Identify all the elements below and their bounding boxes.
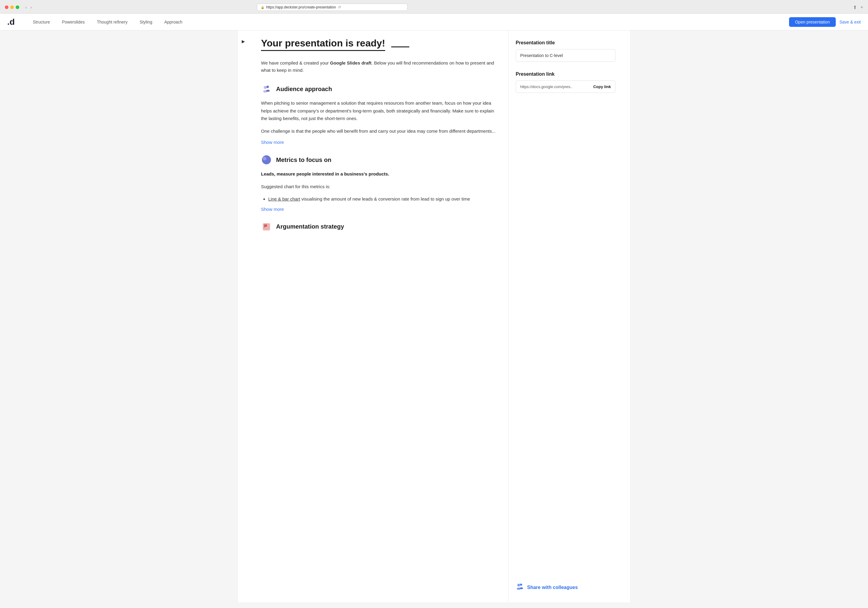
- window-chrome: ‹ › 🔒 https://app.deckster.pro/create-pr…: [0, 0, 868, 14]
- presentation-link-label: Presentation link: [516, 72, 615, 77]
- tab-powerslides[interactable]: Powerslides: [56, 14, 91, 31]
- link-box: https://docs.google.com/pres.. Copy link: [516, 81, 615, 93]
- sidebar-toggle-button[interactable]: ▶: [240, 38, 246, 45]
- section-argumentation: Argumentation strategy: [261, 221, 496, 232]
- chart-type-link[interactable]: Line & bar chart: [268, 196, 300, 201]
- share-colleagues-button[interactable]: Share with colleagues: [527, 585, 578, 590]
- content-area: Your presentation is ready! We have comp…: [249, 31, 508, 602]
- presentation-title-input[interactable]: [516, 49, 615, 62]
- intro-text: We have compiled & created your Google S…: [261, 59, 496, 74]
- audience-icon: [261, 84, 272, 94]
- page-title: Your presentation is ready!: [261, 38, 385, 51]
- metrics-body: Leads, measure people interested in a bu…: [261, 170, 496, 203]
- metrics-show-more-button[interactable]: Show more: [261, 207, 284, 212]
- section-audience-approach: Audience approach When pitching to senio…: [261, 84, 496, 145]
- title-row: Your presentation is ready!: [261, 38, 496, 56]
- new-tab-icon[interactable]: +: [860, 5, 863, 10]
- tab-styling[interactable]: Styling: [133, 14, 158, 31]
- audience-approach-title: Audience approach: [276, 86, 332, 93]
- tab-structure[interactable]: Structure: [27, 14, 56, 31]
- section-metrics: Metrics to focus on Leads, measure peopl…: [261, 154, 496, 212]
- traffic-lights: [5, 5, 19, 9]
- minimize-button[interactable]: [10, 5, 14, 9]
- intro-text-before: We have compiled & created your: [261, 60, 330, 65]
- audience-para-2: One challenge is that the people who wil…: [261, 127, 496, 135]
- link-text: https://docs.google.com/pres..: [520, 84, 572, 89]
- nav-tabs: Structure Powerslides Thought refinery S…: [27, 14, 789, 31]
- save-exit-button[interactable]: Save & exit: [839, 20, 861, 25]
- panel-top-section: Presentation title Presentation link htt…: [516, 40, 615, 103]
- metrics-label: Leads, measure people interested in a bu…: [261, 170, 496, 178]
- presentation-title-label: Presentation title: [516, 40, 615, 45]
- svg-point-7: [518, 584, 520, 586]
- lock-icon: 🔒: [261, 6, 264, 9]
- header-actions: Open presentation Save & exit: [789, 17, 861, 27]
- audience-para-1: When pitching to senior management a sol…: [261, 99, 496, 123]
- svg-point-3: [266, 90, 270, 92]
- browser-nav: ‹ ›: [24, 4, 33, 10]
- metrics-title: Metrics to focus on: [276, 157, 331, 163]
- svg-point-10: [520, 588, 523, 589]
- argumentation-icon: [261, 221, 272, 232]
- metrics-list: Line & bar chart visualising the amount …: [261, 195, 496, 203]
- svg-point-1: [267, 86, 269, 88]
- audience-show-more-button[interactable]: Show more: [261, 140, 284, 145]
- right-panel: Presentation title Presentation link htt…: [508, 31, 623, 602]
- share-colleagues-icon: [516, 582, 524, 592]
- logo[interactable]: .d: [7, 17, 15, 27]
- svg-point-0: [264, 86, 267, 89]
- sidebar-toggle: ▶: [238, 31, 249, 602]
- app-header: .d Structure Powerslides Thought refiner…: [0, 14, 868, 31]
- svg-point-5: [263, 157, 267, 160]
- maximize-button[interactable]: [16, 5, 19, 9]
- window-actions: ⬆ +: [853, 5, 863, 10]
- section-header-metrics: Metrics to focus on: [261, 154, 496, 165]
- share-icon[interactable]: ⬆: [853, 5, 857, 10]
- back-button[interactable]: ‹: [24, 4, 28, 10]
- close-button[interactable]: [5, 5, 8, 9]
- title-bar: ‹ › 🔒 https://app.deckster.pro/create-pr…: [5, 4, 863, 13]
- intro-bold: Google Slides draft: [330, 60, 372, 65]
- tab-approach[interactable]: Approach: [158, 14, 188, 31]
- svg-point-8: [520, 583, 522, 586]
- section-header-audience: Audience approach: [261, 84, 496, 94]
- presentation-title-section: Presentation title: [516, 40, 615, 62]
- argumentation-title: Argumentation strategy: [276, 223, 344, 230]
- metrics-list-item: Line & bar chart visualising the amount …: [268, 195, 496, 203]
- tab-thought-refinery[interactable]: Thought refinery: [91, 14, 133, 31]
- forward-button[interactable]: ›: [29, 4, 33, 10]
- audience-approach-body: When pitching to senior management a sol…: [261, 99, 496, 135]
- metrics-icon: [261, 154, 272, 165]
- title-line-decoration: [391, 47, 409, 47]
- presentation-link-section: Presentation link https://docs.google.co…: [516, 72, 615, 93]
- svg-point-4: [262, 155, 271, 164]
- address-bar[interactable]: 🔒 https://app.deckster.pro/create-presen…: [257, 4, 408, 11]
- main-layout: ▶ Your presentation is ready! We have co…: [238, 31, 630, 602]
- open-presentation-button[interactable]: Open presentation: [789, 17, 836, 27]
- share-section: Share with colleagues: [516, 582, 615, 592]
- copy-link-button[interactable]: Copy link: [593, 84, 611, 89]
- section-header-argumentation: Argumentation strategy: [261, 221, 496, 232]
- reload-button[interactable]: ↺: [338, 5, 341, 9]
- url-text: https://app.deckster.pro/create-presenta…: [266, 5, 336, 9]
- metrics-suggested: Suggested chart for this metrics is:: [261, 183, 496, 191]
